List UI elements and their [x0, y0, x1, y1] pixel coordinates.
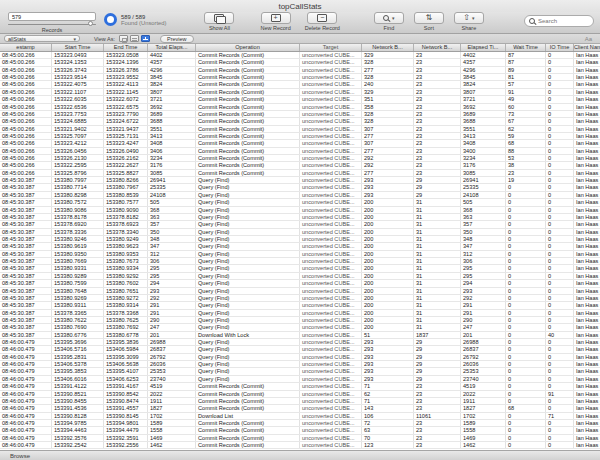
cell[interactable]: 11061: [414, 413, 461, 419]
cell[interactable]: 91: [506, 89, 546, 95]
cell[interactable]: unconverted CUBE...: [300, 273, 362, 279]
cell[interactable]: 08:45:30.387: [0, 295, 52, 301]
cell[interactable]: 153380.7602: [104, 280, 148, 286]
cell[interactable]: Query (Find): [196, 324, 300, 330]
cell[interactable]: 153326.3786: [104, 67, 148, 73]
cell[interactable]: 0: [546, 361, 574, 367]
table-row[interactable]: 08:46:00.479153406.5716153406.598426837Q…: [0, 346, 600, 353]
cell[interactable]: 62: [362, 391, 414, 397]
cell[interactable]: 08:45:30.387: [0, 265, 52, 271]
cell[interactable]: 153391.4557: [104, 405, 148, 411]
cell[interactable]: 153322.6072: [104, 96, 148, 102]
cell[interactable]: 1462: [461, 442, 506, 448]
cell[interactable]: 153380.9619: [52, 243, 104, 249]
cell[interactable]: 347: [148, 243, 196, 249]
cell[interactable]: 295: [461, 273, 506, 279]
cell[interactable]: 0: [506, 310, 546, 316]
cell[interactable]: 153380.9311: [52, 302, 104, 308]
column-header[interactable]: Operation: [196, 44, 300, 51]
cell[interactable]: Ian Haas (Ian Mac...: [574, 192, 600, 198]
cell[interactable]: Ian Haas (Ian Mac...: [574, 214, 600, 220]
cell[interactable]: 08:45:00.266: [0, 81, 52, 87]
cell[interactable]: Ian Haas (Ian Mac...: [574, 265, 600, 271]
cell[interactable]: 153406.5984: [104, 346, 148, 352]
cell[interactable]: 351: [362, 96, 414, 102]
cell[interactable]: 307: [362, 140, 414, 146]
cell[interactable]: 153380.9331: [52, 265, 104, 271]
cell[interactable]: Ian Haas (Ian Mac...: [574, 155, 600, 161]
cell[interactable]: 0: [546, 258, 574, 264]
formatting-bar-toggle[interactable]: Aa: [585, 36, 596, 42]
cell[interactable]: 153380.7673: [104, 258, 148, 264]
cell[interactable]: 307: [362, 126, 414, 132]
cell[interactable]: 0: [546, 148, 574, 154]
table-row[interactable]: 08:45:00.266153324.1353153324.13964357Co…: [0, 59, 600, 66]
cell[interactable]: 23: [506, 170, 546, 176]
cell[interactable]: Query (Find): [196, 214, 300, 220]
cell[interactable]: 23: [414, 391, 461, 397]
table-row[interactable]: 08:45:30.387153380.7714153380.796725335Q…: [0, 184, 600, 191]
cell[interactable]: 153406.6016: [52, 376, 104, 382]
cell[interactable]: 25335: [148, 184, 196, 190]
table-row[interactable]: 08:46:00.479153395.3696153395.383626988Q…: [0, 339, 600, 346]
cell[interactable]: 329: [362, 52, 414, 58]
cell[interactable]: 23: [414, 118, 461, 124]
table-row[interactable]: 08:45:00.266153323.4212153323.42473408Co…: [0, 140, 600, 147]
column-header[interactable]: End Time: [104, 44, 148, 51]
cell[interactable]: 290: [148, 317, 196, 323]
cell[interactable]: 292: [362, 162, 414, 168]
table-row[interactable]: 08:46:00.479153406.5378153406.563826036Q…: [0, 361, 600, 368]
cell[interactable]: 153323.0508: [104, 52, 148, 58]
cell[interactable]: 31: [414, 214, 461, 220]
cell[interactable]: 23: [414, 148, 461, 154]
cell[interactable]: 0: [506, 354, 546, 360]
table-view-icon[interactable]: [141, 35, 150, 42]
cell[interactable]: 0: [506, 280, 546, 286]
cell[interactable]: 31: [414, 221, 461, 227]
cell[interactable]: unconverted CUBE...: [300, 383, 362, 389]
cell[interactable]: unconverted CUBE...: [300, 133, 362, 139]
cell[interactable]: 1911: [148, 398, 196, 404]
cell[interactable]: Ian Haas (Ian Mac...: [574, 89, 600, 95]
cell[interactable]: 1558: [461, 427, 506, 433]
cell[interactable]: Ian Haas (Ian Mac...: [574, 280, 600, 286]
cell[interactable]: Ian Haas (Ian Mac...: [574, 177, 600, 183]
cell[interactable]: Query (Find): [196, 376, 300, 382]
cell[interactable]: unconverted CUBE...: [300, 118, 362, 124]
cell[interactable]: Query (Find): [196, 251, 300, 257]
cell[interactable]: Query (Find): [196, 361, 300, 367]
cell[interactable]: unconverted CUBE...: [300, 140, 362, 146]
cell[interactable]: unconverted CUBE...: [300, 221, 362, 227]
cell[interactable]: Query (Find): [196, 302, 300, 308]
cell[interactable]: 3688: [461, 118, 506, 124]
cell[interactable]: 348: [148, 236, 196, 242]
cell[interactable]: 153322.4075: [52, 81, 104, 87]
cell[interactable]: 08:46:00.479: [0, 391, 52, 397]
cell[interactable]: 0: [546, 67, 574, 73]
cell[interactable]: 08:45:00.266: [0, 74, 52, 80]
table-row[interactable]: 08:45:00.266153322.2595153322.26273176Co…: [0, 162, 600, 169]
cell[interactable]: 3807: [148, 89, 196, 95]
cell[interactable]: unconverted CUBE...: [300, 207, 362, 213]
form-view-icon[interactable]: [119, 35, 128, 42]
record-slider[interactable]: [8, 22, 96, 26]
cell[interactable]: 3688: [148, 118, 196, 124]
cell[interactable]: 153324.1396: [104, 59, 148, 65]
cell[interactable]: 0: [506, 273, 546, 279]
cell[interactable]: 31: [414, 317, 461, 323]
cell[interactable]: 31: [414, 288, 461, 294]
cell[interactable]: 1469: [148, 435, 196, 441]
cell[interactable]: 153380.9289: [52, 273, 104, 279]
cell[interactable]: 153322.4113: [104, 81, 148, 87]
cell[interactable]: Commit Records (Commit): [196, 118, 300, 124]
cell[interactable]: 293: [362, 368, 414, 374]
cell[interactable]: 153380.7692: [104, 324, 148, 330]
cell[interactable]: 08:45:30.387: [0, 214, 52, 220]
cell[interactable]: 153406.5638: [104, 361, 148, 367]
cell[interactable]: 293: [148, 288, 196, 294]
table-row[interactable]: 08:45:30.387153380.8298153380.853924108Q…: [0, 192, 600, 199]
cell[interactable]: 23: [414, 442, 461, 448]
cell[interactable]: 23: [414, 140, 461, 146]
cell[interactable]: 200: [362, 295, 414, 301]
cell[interactable]: 4519: [148, 383, 196, 389]
